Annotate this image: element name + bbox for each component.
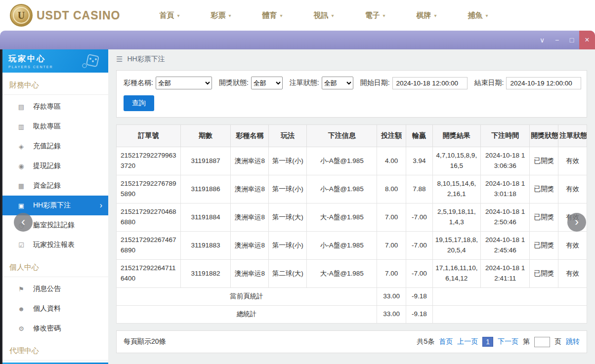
sidebar-title: 玩家中心 <box>8 54 53 64</box>
table-cell: 2152172922647116400 <box>117 260 181 288</box>
pagination-controls: 共5条 首页 上一页 1 下一页 第 页 跳转 <box>417 337 580 347</box>
summary-empty <box>432 306 587 324</box>
table-cell: 已開獎 <box>530 232 558 260</box>
chevron-right-icon: › <box>100 201 102 210</box>
lottery-name-select[interactable]: 全部 <box>156 77 212 89</box>
table-row: 215217292264711640031191882澳洲幸运8第二球(大)大-… <box>117 260 587 288</box>
maximize-icon[interactable]: □ <box>564 31 579 49</box>
table-cell: 7.00 <box>377 260 406 288</box>
sidebar-subtitle: PLAYERS CENTER <box>8 65 53 69</box>
sidebar: 玩家中心 PLAYERS CENTER 財務中心 ▤ 存款專區 ▥ 取款專區 ◈… <box>2 49 108 364</box>
sidebar-section-title: 代理中心 <box>2 338 108 361</box>
nav-item-3[interactable]: 體育 ▾ <box>247 0 298 31</box>
nav-item-4[interactable]: 視訊 ▾ <box>298 0 349 31</box>
chevron-right-icon: › <box>575 215 579 229</box>
sidebar-item-label: 修改密碼 <box>33 324 61 333</box>
sidebar-item-funds-record[interactable]: ▦ 資金記錄 <box>2 176 108 196</box>
collapse-icon[interactable]: ∨ <box>535 31 550 49</box>
sidebar-item-announcements[interactable]: ⚑ 消息公告 <box>2 279 108 299</box>
sidebar-item-player-bet-report[interactable]: ☑ 玩家投注報表 <box>2 235 108 255</box>
table-cell: 31191884 <box>180 203 230 232</box>
hamburger-icon[interactable]: ☰ <box>116 55 123 64</box>
summary-row: 總統計 33.00 -9.18 <box>117 306 587 324</box>
table-cell: 已開獎 <box>530 203 558 232</box>
nav-item-7[interactable]: 捕魚 ▾ <box>452 0 504 31</box>
table-cell: 31191883 <box>180 232 230 260</box>
nav-item-label: 棋牌 <box>416 11 431 20</box>
summary-label: 總統計 <box>117 306 377 324</box>
table-cell: 2024-10-18 13:06:36 <box>481 147 530 175</box>
column-header: 彩種名稱 <box>231 125 269 147</box>
table-row: 215217292279963372031191887澳洲幸运8第一球(小)小-… <box>117 147 587 175</box>
nav-item-label: 首頁 <box>159 11 174 20</box>
table-cell: 已開獎 <box>530 147 558 175</box>
page-size-label: 每頁顯示20條 <box>124 337 166 346</box>
sidebar-item-hh-lottery-bets[interactable]: ▣ HH彩票下注 › <box>2 196 108 215</box>
summary-row: 當前頁統計 33.00 -9.18 <box>117 288 587 306</box>
nav-item-label: 體育 <box>262 11 277 20</box>
page-jump-input[interactable] <box>534 337 550 347</box>
filter-row: 彩種名稱: 全部 開獎狀態: 全部 注單狀態: 全部 開始日期: 結束日期: <box>124 77 580 89</box>
pagination-bar: 每頁顯示20條 共5条 首页 上一页 1 下一页 第 页 跳转 <box>116 330 587 353</box>
scroll-left-button[interactable]: ‹ <box>14 213 33 232</box>
start-date-input[interactable] <box>392 77 468 89</box>
table-cell: 31191886 <box>180 175 230 203</box>
table-cell: 小-A盤@1.985 <box>307 147 377 175</box>
chevron-down-icon: ▾ <box>228 13 231 18</box>
sidebar-item-deposit-area[interactable]: ▤ 存款專區 <box>2 97 108 117</box>
next-page-link[interactable]: 下一页 <box>498 337 518 346</box>
sidebar-item-profile[interactable]: ☻ 個人資料 <box>2 299 108 319</box>
sidebar-item-label: 資金記錄 <box>33 181 61 190</box>
end-date-input[interactable] <box>506 77 581 89</box>
jump-go-link[interactable]: 跳转 <box>566 337 580 346</box>
nav-item-5[interactable]: 電子 ▾ <box>349 0 401 31</box>
order-status-select[interactable]: 全部 <box>322 77 353 89</box>
sidebar-item-withdraw-area[interactable]: ▥ 取款專區 <box>2 117 108 136</box>
sidebar-section-title: 財務中心 <box>2 73 108 95</box>
nav-item-6[interactable]: 棋牌 ▾ <box>401 0 452 31</box>
first-page-link[interactable]: 首页 <box>439 337 453 346</box>
sidebar-item-recharge-record[interactable]: ◈ 充值記錄 <box>2 136 108 156</box>
table-cell: 已開獎 <box>530 260 558 288</box>
table-cell: 3.94 <box>406 147 432 175</box>
search-button[interactable]: 查詢 <box>124 95 154 111</box>
logo-icon: U <box>10 4 33 27</box>
table-cell: 有效 <box>558 232 587 260</box>
table-cell: 澳洲幸运8 <box>231 260 269 288</box>
current-page-badge[interactable]: 1 <box>482 337 493 347</box>
prev-page-link[interactable]: 上一页 <box>457 337 478 346</box>
recharge-record-icon: ◈ <box>17 143 25 150</box>
summary-winloss: -9.18 <box>406 306 432 324</box>
table-cell: 4,7,10,15,8,9,16,5 <box>432 147 480 175</box>
table-cell: 大-A盤@1.985 <box>307 203 377 232</box>
nav-item-1[interactable]: 首頁 ▾ <box>144 0 195 31</box>
filter-end-date: 結束日期: <box>474 77 582 89</box>
scroll-right-button[interactable]: › <box>567 213 586 232</box>
table-cell: 2152172922674676890 <box>117 232 181 260</box>
table-cell: 2024-10-18 13:01:18 <box>481 175 530 203</box>
nav-item-2[interactable]: 彩票 ▾ <box>195 0 247 31</box>
table-cell: 澳洲幸运8 <box>231 175 269 203</box>
sidebar-item-change-password[interactable]: ⚙ 修改密碼 <box>2 319 108 338</box>
table-cell: 2152172922704686880 <box>117 203 181 232</box>
filter-label: 注單狀態: <box>290 79 319 87</box>
sidebar-item-label: HH彩票下注 <box>33 201 71 210</box>
window-title-bar: ∨ − □ × <box>0 31 595 49</box>
table-cell: 第二球(大) <box>269 260 307 288</box>
table-cell: 2024-10-18 12:45:46 <box>481 232 530 260</box>
logo[interactable]: U USDT CASINO <box>10 4 121 27</box>
minimize-icon[interactable]: − <box>550 31 564 49</box>
sidebar-item-label: 玩家投注報表 <box>33 241 75 249</box>
column-header: 開獎結果 <box>432 125 480 147</box>
page-title: HH彩票下注 <box>127 55 165 64</box>
table-cell: 有效 <box>558 260 587 288</box>
nav-item-label: 捕魚 <box>468 11 482 20</box>
sidebar-item-label: 廳室投註記錄 <box>33 221 75 230</box>
filter-label: 結束日期: <box>474 79 504 87</box>
column-header: 下注時間 <box>481 125 530 147</box>
bets-table: 訂單號期數彩種名稱玩法下注信息投注額輸贏開獎結果下注時間開獎狀態注單狀態 215… <box>116 124 587 324</box>
sidebar-item-withdrawal-record[interactable]: ◉ 提現記錄 <box>2 156 108 176</box>
table-cell: 31191882 <box>180 260 230 288</box>
close-icon[interactable]: × <box>579 31 595 49</box>
draw-status-select[interactable]: 全部 <box>251 77 283 89</box>
